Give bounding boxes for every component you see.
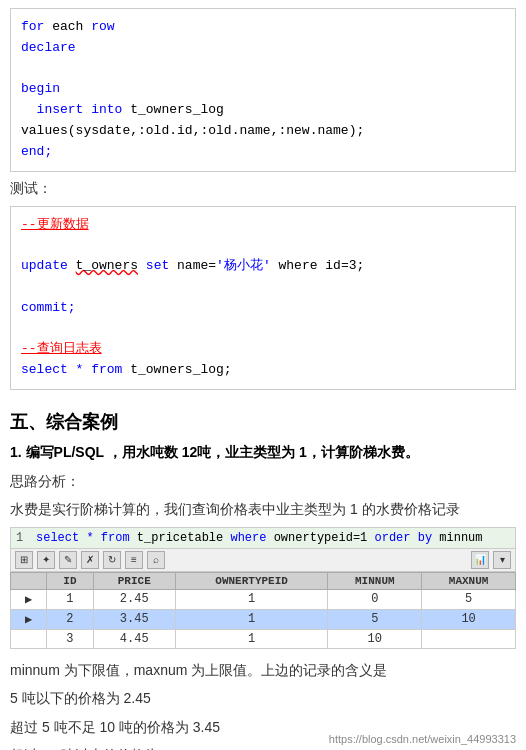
refresh-icon[interactable]: ↻	[103, 551, 121, 569]
code-line	[21, 277, 505, 298]
search-icon[interactable]: ⌕	[147, 551, 165, 569]
code-line: --更新数据	[21, 215, 505, 236]
analysis-label: 思路分析：	[10, 470, 516, 492]
row-indicator	[11, 629, 47, 648]
table-row[interactable]: ▶ 2 3.45 1 5 10	[11, 609, 516, 629]
col-header-minnum: MINNUM	[328, 572, 422, 589]
add-icon[interactable]: ✦	[37, 551, 55, 569]
task-heading: 1. 编写PL/SQL ，用水吨数 12吨，业主类型为 1，计算阶梯水费。	[10, 444, 516, 462]
cell-ownertypeid: 1	[175, 589, 328, 609]
code-line: begin	[21, 79, 505, 100]
cell-id: 2	[47, 609, 94, 629]
cell-price: 3.45	[93, 609, 175, 629]
code-line	[21, 59, 505, 80]
test-label: 测试：	[10, 180, 516, 198]
col-header-maxnum: MAXNUM	[422, 572, 516, 589]
line-number: 1	[16, 531, 30, 545]
cell-id: 1	[47, 589, 94, 609]
code-line: declare	[21, 38, 505, 59]
analysis-text: 水费是实行阶梯计算的，我们查询价格表中业主类型为 1 的水费价格记录	[10, 498, 516, 520]
cell-maxnum: 5	[422, 589, 516, 609]
code-line: for each row	[21, 17, 505, 38]
data-table: ID PRICE OWNERTYPEID MINNUM MAXNUM ▶ 1 2…	[10, 572, 516, 649]
filter-icon[interactable]: ≡	[125, 551, 143, 569]
code-line	[21, 319, 505, 340]
code-line: insert into t_owners_log	[21, 100, 505, 121]
col-header-id: ID	[47, 572, 94, 589]
code-line: select * from t_owners_log;	[21, 360, 505, 381]
explanation-0: minnum 为下限值，maxnum 为上限值。上边的记录的含义是	[10, 659, 516, 681]
grid-icon[interactable]: ⊞	[15, 551, 33, 569]
col-header-price: PRICE	[93, 572, 175, 589]
cell-ownertypeid: 1	[175, 609, 328, 629]
code-line: values(sysdate,:old.id,:old.name,:new.na…	[21, 121, 505, 142]
code-line: --查询日志表	[21, 339, 505, 360]
code-block-2: --更新数据 update t_owners set name='杨小花' wh…	[10, 206, 516, 390]
cell-ownertypeid: 1	[175, 629, 328, 648]
table-row[interactable]: 3 4.45 1 10	[11, 629, 516, 648]
explanation-1: 5 吨以下的价格为 2.45	[10, 687, 516, 709]
col-header-indicator	[11, 572, 47, 589]
code-line: update t_owners set name='杨小花' where id=…	[21, 256, 505, 277]
cell-minnum: 5	[328, 609, 422, 629]
bottom-link[interactable]: https://blog.csdn.net/weixin_44993313	[329, 733, 516, 745]
code-line: commit;	[21, 298, 505, 319]
sql-query-text: select * from t_pricetable where ownerty…	[36, 531, 483, 545]
cell-price: 4.45	[93, 629, 175, 648]
cell-maxnum: 10	[422, 609, 516, 629]
edit-icon[interactable]: ✎	[59, 551, 77, 569]
cell-minnum: 10	[328, 629, 422, 648]
sql-query-bar: 1 select * from t_pricetable where owner…	[10, 527, 516, 549]
code-block-1: for each row declare begin insert into t…	[10, 8, 516, 172]
cell-minnum: 0	[328, 589, 422, 609]
code-line	[21, 235, 505, 256]
code-line: end;	[21, 142, 505, 163]
col-header-ownertypeid: OWNERTYPEID	[175, 572, 328, 589]
delete-icon[interactable]: ✗	[81, 551, 99, 569]
table-toolbar: ⊞ ✦ ✎ ✗ ↻ ≡ ⌕ 📊 ▾	[10, 549, 516, 572]
row-indicator: ▶	[11, 589, 47, 609]
chart-icon[interactable]: 📊	[471, 551, 489, 569]
section-heading: 五、综合案例	[10, 410, 516, 434]
menu-icon[interactable]: ▾	[493, 551, 511, 569]
table-row[interactable]: ▶ 1 2.45 1 0 5	[11, 589, 516, 609]
cell-maxnum	[422, 629, 516, 648]
cell-id: 3	[47, 629, 94, 648]
row-indicator: ▶	[11, 609, 47, 629]
cell-price: 2.45	[93, 589, 175, 609]
